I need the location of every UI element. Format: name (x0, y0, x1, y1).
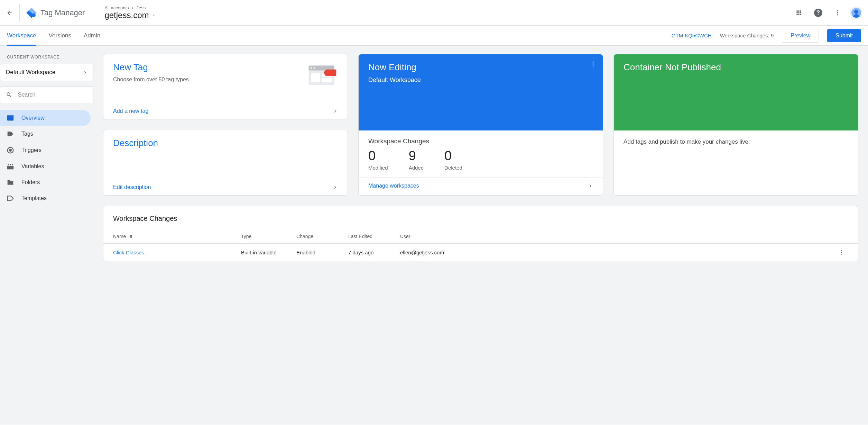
description-card: Description Edit description (103, 130, 348, 196)
svg-point-18 (311, 67, 312, 69)
help-icon[interactable]: ? (811, 6, 825, 20)
workspace-selector[interactable]: Default Workspace (0, 64, 93, 81)
manage-workspaces-action[interactable]: Manage workspaces (359, 178, 603, 194)
svg-point-11 (9, 149, 12, 152)
apps-icon[interactable] (792, 6, 806, 20)
svg-point-5 (837, 10, 838, 11)
container-not-published-card: Container Not Published Add tags and pub… (613, 54, 858, 196)
svg-point-24 (592, 63, 593, 64)
workspace-changes-count: Workspace Changes: 9 (720, 33, 774, 38)
folder-icon (7, 179, 14, 186)
overview-icon (7, 115, 14, 121)
svg-rect-13 (8, 164, 9, 165)
description-title: Description (113, 138, 338, 148)
svg-rect-22 (322, 78, 332, 82)
tab-admin[interactable]: Admin (84, 26, 100, 46)
svg-text:?: ? (816, 9, 820, 16)
table-header-user[interactable]: User (400, 234, 834, 239)
new-tag-card: New Tag Choose from over 50 tag types. (103, 54, 348, 119)
variable-icon (7, 163, 14, 170)
container-selector[interactable]: getjess.com (104, 10, 792, 20)
table-header-edited[interactable]: Last Edited (348, 234, 400, 239)
search-input[interactable] (18, 92, 87, 98)
preview-button[interactable]: Preview (782, 29, 819, 43)
row-menu-icon[interactable] (834, 249, 848, 255)
new-tag-title: New Tag (113, 62, 300, 73)
stat-deleted: 0Deleted (444, 148, 462, 171)
stat-modified: 0Modified (368, 148, 388, 171)
svg-point-7 (837, 14, 838, 15)
sidebar-item-triggers[interactable]: Triggers (0, 142, 91, 159)
workspace-changes-table: Workspace Changes Name Type Change Last … (103, 206, 858, 261)
breadcrumb[interactable]: All accounts Jess (104, 5, 792, 10)
trigger-icon (7, 147, 14, 154)
chevron-right-icon (332, 184, 338, 190)
svg-point-28 (841, 254, 842, 255)
table-header-change[interactable]: Change (296, 234, 348, 239)
svg-point-6 (837, 12, 838, 13)
svg-point-2 (32, 13, 36, 17)
svg-rect-9 (7, 116, 13, 117)
tag-icon (7, 131, 14, 137)
add-new-tag-action[interactable]: Add a new tag (103, 103, 348, 119)
sort-asc-icon (129, 234, 133, 239)
row-change: Enabled (296, 250, 348, 255)
row-user: ellen@getjess.com (400, 250, 834, 255)
table-title: Workspace Changes (103, 215, 858, 229)
row-name-link[interactable]: Click Classes (113, 250, 144, 255)
svg-point-19 (314, 67, 315, 69)
svg-point-25 (592, 65, 593, 66)
sidebar-item-overview[interactable]: Overview (0, 110, 91, 126)
stat-added: 9Added (409, 148, 424, 171)
sidebar-item-tags[interactable]: Tags (0, 126, 91, 142)
svg-point-27 (841, 252, 842, 253)
current-workspace-label: CURRENT WORKSPACE (0, 53, 93, 62)
container-id[interactable]: GTM-KQ5GWCH (672, 33, 712, 38)
row-type: Built-in variable (241, 250, 296, 255)
edit-description-action[interactable]: Edit description (103, 179, 348, 195)
sidebar-item-templates[interactable]: Templates (0, 190, 91, 206)
svg-point-23 (592, 62, 593, 63)
chevron-right-icon (332, 108, 338, 114)
table-header-name[interactable]: Name (113, 234, 241, 239)
publish-body: Add tags and publish to make your change… (614, 130, 858, 153)
editing-card-menu-icon[interactable] (590, 61, 597, 69)
account-avatar[interactable] (850, 7, 862, 19)
chevron-right-icon (83, 70, 87, 75)
tab-versions[interactable]: Versions (49, 26, 71, 46)
table-row[interactable]: Click Classes Built-in variable Enabled … (103, 244, 858, 261)
svg-rect-15 (12, 164, 13, 165)
tab-workspace[interactable]: Workspace (7, 26, 36, 46)
now-editing-title: Now Editing (368, 62, 593, 73)
svg-rect-12 (7, 166, 13, 169)
product-name: Tag Manager (40, 8, 85, 17)
template-icon (7, 195, 14, 201)
svg-point-26 (841, 250, 842, 251)
row-edited: 7 days ago (348, 250, 400, 255)
gtm-logo-icon (25, 7, 38, 19)
search-icon (6, 91, 12, 99)
new-tag-subtitle: Choose from over 50 tag types. (113, 75, 300, 84)
workspace-changes-title: Workspace Changes (368, 137, 593, 145)
table-header-type[interactable]: Type (241, 234, 296, 239)
more-menu-icon[interactable] (831, 6, 844, 20)
svg-rect-20 (311, 73, 320, 82)
now-editing-subtitle: Default Workspace (368, 75, 593, 85)
publish-title: Container Not Published (624, 62, 848, 73)
submit-button[interactable]: Submit (827, 29, 861, 42)
chevron-right-icon (588, 183, 593, 189)
back-button[interactable] (3, 6, 17, 20)
svg-rect-14 (10, 164, 11, 165)
now-editing-card: Now Editing Default Workspace Workspace … (358, 54, 603, 196)
sidebar-item-variables[interactable]: Variables (0, 159, 91, 174)
tag-graphic-icon (307, 64, 338, 88)
sidebar-item-folders[interactable]: Folders (0, 174, 91, 190)
search-box[interactable] (0, 87, 93, 103)
